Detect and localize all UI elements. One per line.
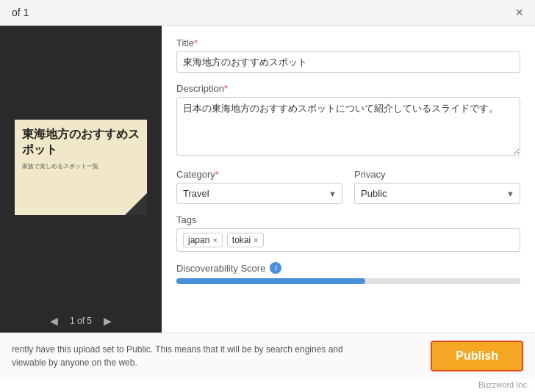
- privacy-group: Privacy Public Private Unlisted ▼: [354, 169, 520, 204]
- publish-button[interactable]: Publish: [431, 341, 523, 371]
- publish-dialog: of 1 × 東海地方のおすすめスポット 家族で楽しめるスポット一覧 ◀ 1 o…: [0, 0, 535, 392]
- description-label: Description*: [176, 83, 520, 94]
- tag-tokai: tokai ×: [227, 233, 264, 247]
- title-label: Title*: [176, 37, 520, 48]
- title-group: Title*: [176, 37, 520, 73]
- description-textarea[interactable]: 日本の東海地方のおすすめスポットについて紹介しているスライドです。: [176, 97, 520, 156]
- score-label-text: Discoverability Score: [176, 263, 265, 274]
- slide-content-box: 東海地方のおすすめスポット 家族で楽しめるスポット一覧: [15, 120, 147, 215]
- category-privacy-row: Category* Travel Education Business Tech…: [176, 169, 520, 214]
- slide-title: 東海地方のおすすめスポット: [22, 127, 140, 158]
- branding-label: Buzzword Inc.: [0, 379, 535, 392]
- score-label-row: Discoverability Score i: [176, 262, 520, 274]
- privacy-select[interactable]: Public Private Unlisted: [354, 183, 520, 204]
- category-group: Category* Travel Education Business Tech…: [176, 169, 342, 204]
- slide-subtitle: 家族で楽しめるスポット一覧: [22, 162, 140, 170]
- progress-bar-wrap: [176, 278, 520, 284]
- dialog-footer: rently have this upload set to Public. T…: [0, 333, 535, 379]
- tag-japan-remove[interactable]: ×: [212, 236, 217, 244]
- slide-corner-decoration: [125, 193, 147, 215]
- title-input[interactable]: [176, 51, 520, 73]
- slide-preview: 東海地方のおすすめスポット 家族で楽しめるスポット一覧: [0, 26, 162, 309]
- progress-bar-fill: [176, 278, 365, 284]
- prev-slide-button[interactable]: ◀: [46, 313, 62, 328]
- privacy-select-wrap: Public Private Unlisted ▼: [354, 183, 520, 204]
- info-icon[interactable]: i: [270, 262, 281, 274]
- tag-tokai-label: tokai: [232, 235, 251, 245]
- privacy-label: Privacy: [354, 169, 520, 180]
- category-select[interactable]: Travel Education Business Technology Oth…: [176, 183, 342, 204]
- close-button[interactable]: ×: [515, 6, 523, 19]
- slide-panel: 東海地方のおすすめスポット 家族で楽しめるスポット一覧 ◀ 1 of 5 ▶: [0, 26, 162, 333]
- category-label: Category*: [176, 169, 342, 180]
- score-group: Discoverability Score i: [176, 262, 520, 284]
- slide-nav: ◀ 1 of 5 ▶: [0, 309, 162, 333]
- dialog-body: 東海地方のおすすめスポット 家族で楽しめるスポット一覧 ◀ 1 of 5 ▶ T…: [0, 26, 535, 333]
- tags-label: Tags: [176, 214, 520, 225]
- tag-tokai-remove[interactable]: ×: [254, 236, 258, 244]
- dialog-title: of 1: [12, 7, 29, 18]
- footer-text: rently have this upload set to Public. T…: [12, 343, 350, 369]
- next-slide-button[interactable]: ▶: [99, 313, 116, 328]
- category-select-wrap: Travel Education Business Technology Oth…: [176, 183, 342, 204]
- tags-container[interactable]: japan × tokai ×: [176, 228, 520, 252]
- slide-counter: 1 of 5: [70, 316, 92, 326]
- tag-japan: japan ×: [183, 233, 223, 247]
- description-group: Description* 日本の東海地方のおすすめスポットについて紹介しているス…: [176, 83, 520, 159]
- tags-group: Tags japan × tokai ×: [176, 214, 520, 252]
- dialog-header: of 1 ×: [0, 0, 535, 26]
- tag-japan-label: japan: [188, 235, 209, 245]
- form-panel: Title* Description* 日本の東海地方のおすすめスポットについて…: [162, 26, 535, 333]
